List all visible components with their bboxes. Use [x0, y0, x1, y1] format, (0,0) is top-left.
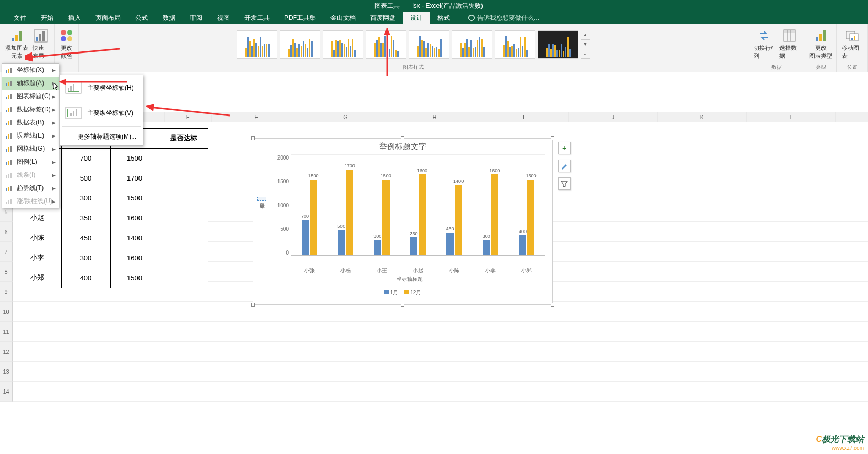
col-header[interactable]: G: [301, 112, 390, 122]
tab-文件[interactable]: 文件: [6, 12, 34, 25]
row-header[interactable]: 12: [0, 342, 13, 362]
table-cell[interactable]: 1400: [110, 228, 159, 248]
col-header[interactable]: H: [390, 112, 479, 122]
table-cell[interactable]: 1700: [110, 168, 159, 188]
row-header[interactable]: 11: [0, 322, 13, 342]
table-cell[interactable]: [159, 208, 208, 228]
more-axis-title-options-item[interactable]: 更多轴标题选项(M)...: [60, 128, 143, 145]
tab-PDF工具集[interactable]: PDF工具集: [277, 12, 323, 25]
chart-styles-brush-button[interactable]: [558, 160, 571, 172]
embedded-chart[interactable]: 举例标题文字 纵坐标标题 2000150010005000 7001500500…: [253, 138, 553, 305]
resize-handle[interactable]: [551, 136, 554, 140]
table-cell[interactable]: 小陈: [13, 228, 62, 248]
resize-handle[interactable]: [251, 136, 255, 140]
table-cell[interactable]: 小郑: [13, 268, 62, 288]
tab-视图[interactable]: 视图: [210, 12, 237, 25]
dropdown-item[interactable]: 图例(L)▶: [2, 155, 59, 168]
bar-group[interactable]: 5001700: [338, 170, 353, 255]
col-header[interactable]: I: [479, 112, 569, 122]
table-cell[interactable]: 450: [61, 228, 111, 248]
table-cell[interactable]: 350: [61, 208, 111, 228]
bar-group[interactable]: 3501600: [410, 174, 426, 255]
table-cell[interactable]: 400: [61, 268, 111, 288]
table-cell[interactable]: 小李: [13, 248, 62, 268]
resize-handle[interactable]: [401, 303, 404, 307]
row-header[interactable]: 13: [0, 362, 13, 382]
bar-group[interactable]: 4001500: [519, 180, 534, 255]
primary-vertical-axis-title-item[interactable]: 主要纵坐标轴(V): [60, 100, 143, 125]
row-header[interactable]: 9: [0, 282, 13, 302]
table-cell[interactable]: [159, 168, 208, 188]
table-cell[interactable]: [159, 268, 208, 288]
table-cell[interactable]: 小赵: [13, 208, 62, 228]
row-header[interactable]: 6: [0, 222, 13, 242]
tab-开始[interactable]: 开始: [34, 12, 61, 25]
row-header[interactable]: 10: [0, 302, 13, 322]
row-header[interactable]: 7: [0, 242, 13, 262]
row-header[interactable]: 8: [0, 262, 13, 282]
row-header[interactable]: 14: [0, 382, 13, 402]
dropdown-item[interactable]: 数据标签(D)▶: [2, 103, 59, 116]
select-data-button[interactable]: 选择数据: [777, 26, 801, 61]
col-header[interactable]: K: [658, 112, 747, 122]
bar-group[interactable]: 3001600: [483, 174, 498, 255]
resize-handle[interactable]: [251, 303, 255, 307]
chart-style-thumb[interactable]: [495, 30, 535, 59]
chart-style-thumb[interactable]: [538, 30, 578, 59]
table-cell[interactable]: 1500: [110, 188, 159, 208]
svg-rect-36: [10, 120, 12, 125]
chart-style-thumb[interactable]: [452, 30, 492, 59]
col-header[interactable]: J: [569, 112, 658, 122]
chart-elements-plus-button[interactable]: +: [558, 142, 571, 154]
tab-数据[interactable]: 数据: [155, 12, 183, 25]
tab-开发工具[interactable]: 开发工具: [237, 12, 277, 25]
move-chart-button[interactable]: 移动图表: [840, 26, 864, 61]
table-cell[interactable]: 1600: [110, 208, 159, 228]
table-cell[interactable]: [159, 148, 208, 168]
chart-filter-button[interactable]: [558, 177, 571, 190]
switch-row-col-button[interactable]: 切换行/列: [752, 26, 777, 61]
col-header[interactable]: L: [747, 112, 836, 122]
tab-格式[interactable]: 格式: [430, 12, 457, 25]
chart-title[interactable]: 举例标题文字: [253, 139, 552, 155]
x-axis-title[interactable]: 坐标轴标题: [267, 276, 552, 283]
dropdown-item[interactable]: 网格线(G)▶: [2, 142, 59, 155]
dropdown-item[interactable]: 数据表(B)▶: [2, 116, 59, 129]
chart-style-thumb[interactable]: [409, 30, 449, 59]
resize-handle[interactable]: [401, 136, 404, 140]
table-cell[interactable]: [159, 228, 208, 248]
table-cell[interactable]: 700: [61, 148, 111, 168]
tell-me-input[interactable]: 告诉我您想要做什么...: [468, 14, 539, 23]
resize-handle[interactable]: [551, 303, 554, 307]
svg-rect-12: [784, 30, 795, 33]
table-header-cell[interactable]: 是否达标: [159, 128, 208, 149]
tab-设计[interactable]: 设计: [403, 12, 430, 25]
table-cell[interactable]: 1600: [110, 248, 159, 268]
bar-group[interactable]: 3001500: [374, 180, 390, 255]
svg-rect-61: [70, 113, 72, 116]
table-cell[interactable]: 500: [61, 168, 111, 188]
change-chart-type-button[interactable]: 更改 图表类型: [807, 26, 834, 61]
y-axis-title[interactable]: 纵坐标标题: [257, 197, 266, 201]
tab-页面布局[interactable]: 页面布局: [88, 12, 128, 25]
select-data-icon: [781, 27, 798, 44]
table-cell[interactable]: 300: [61, 248, 111, 268]
table-cell[interactable]: [159, 248, 208, 268]
gallery-scroll[interactable]: ▲▼⌄: [581, 30, 590, 59]
table-cell[interactable]: [159, 188, 208, 208]
chart-legend[interactable]: 1月12月: [253, 289, 552, 297]
table-cell[interactable]: 1500: [110, 148, 159, 168]
bar-group[interactable]: 7001500: [302, 180, 317, 255]
dropdown-item[interactable]: 趋势线(T)▶: [2, 182, 59, 195]
dropdown-item[interactable]: 误差线(E)▶: [2, 129, 59, 142]
tab-插入[interactable]: 插入: [61, 12, 88, 25]
table-cell[interactable]: 1500: [110, 268, 159, 288]
chart-plot-area[interactable]: 7001500500170030015003501600450140030016…: [291, 155, 545, 256]
tab-审阅[interactable]: 审阅: [183, 12, 210, 25]
dropdown-item[interactable]: 图表标题(C)▶: [2, 90, 59, 103]
tab-金山文档[interactable]: 金山文档: [323, 12, 363, 25]
table-cell[interactable]: 300: [61, 188, 111, 208]
tab-百度网盘[interactable]: 百度网盘: [363, 12, 403, 25]
tab-公式[interactable]: 公式: [128, 12, 155, 25]
bar-group[interactable]: 4501400: [446, 185, 462, 255]
